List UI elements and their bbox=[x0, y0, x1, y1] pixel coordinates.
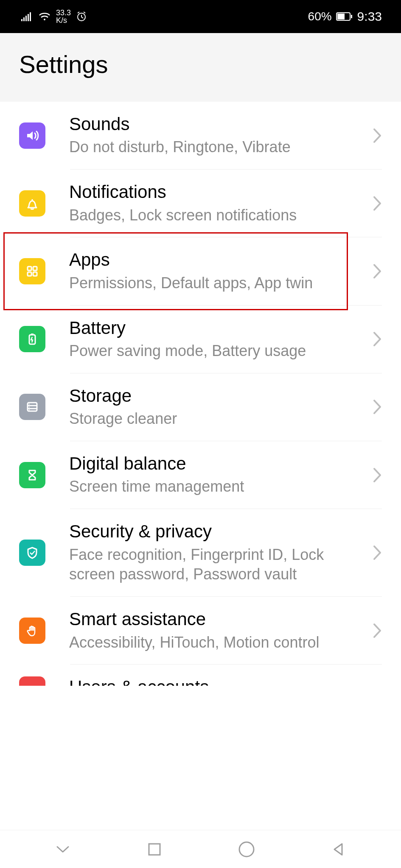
svg-rect-15 bbox=[31, 334, 34, 335]
settings-item-subtitle: Permissions, Default apps, App twin bbox=[69, 273, 364, 293]
settings-item-subtitle: Face recognition, Fingerprint ID, Lock s… bbox=[69, 545, 364, 585]
settings-item-title: Sounds bbox=[69, 114, 364, 135]
svg-point-23 bbox=[239, 842, 254, 857]
network-speed: 33.3 K/s bbox=[56, 9, 71, 24]
settings-item-title: Storage bbox=[69, 385, 364, 406]
svg-point-5 bbox=[44, 19, 45, 20]
alarm-icon bbox=[76, 11, 87, 22]
settings-item-battery[interactable]: Battery Power saving mode, Battery usage bbox=[0, 306, 401, 373]
apps-icon bbox=[19, 258, 45, 284]
settings-item-storage[interactable]: Storage Storage cleaner bbox=[0, 373, 401, 441]
svg-rect-9 bbox=[351, 15, 352, 18]
settings-item-users-accounts[interactable]: Users & accounts bbox=[0, 665, 401, 686]
status-bar: 33.3 K/s 60% 9:33 bbox=[0, 0, 401, 33]
settings-item-text: Storage Storage cleaner bbox=[69, 385, 373, 429]
settings-item-digital-balance[interactable]: Digital balance Screen time management bbox=[0, 441, 401, 509]
svg-point-21 bbox=[29, 409, 30, 410]
settings-item-title: Apps bbox=[69, 249, 364, 270]
settings-item-subtitle: Do not disturb, Ringtone, Vibrate bbox=[69, 137, 364, 157]
settings-list: Sounds Do not disturb, Ringtone, Vibrate… bbox=[0, 102, 401, 686]
svg-rect-12 bbox=[28, 272, 31, 276]
settings-item-title: Notifications bbox=[69, 181, 364, 203]
chevron-right-icon bbox=[373, 623, 382, 639]
battery-percent: 60% bbox=[308, 10, 332, 23]
chevron-right-icon bbox=[373, 263, 382, 279]
nav-home-button[interactable] bbox=[201, 840, 292, 858]
storage-icon bbox=[19, 394, 45, 420]
svg-rect-0 bbox=[21, 19, 22, 21]
navigation-bar bbox=[0, 830, 401, 868]
settings-item-text: Users & accounts bbox=[69, 676, 382, 686]
settings-item-security[interactable]: Security & privacy Face recognition, Fin… bbox=[0, 509, 401, 596]
settings-item-title: Users & accounts bbox=[69, 676, 373, 686]
svg-rect-13 bbox=[33, 272, 37, 276]
chevron-right-icon bbox=[373, 399, 382, 415]
settings-item-subtitle: Storage cleaner bbox=[69, 409, 364, 429]
settings-item-text: Apps Permissions, Default apps, App twin bbox=[69, 249, 373, 293]
speed-unit: K/s bbox=[56, 17, 71, 24]
settings-item-title: Smart assistance bbox=[69, 609, 364, 630]
settings-item-text: Notifications Badges, Lock screen notifi… bbox=[69, 181, 373, 225]
svg-rect-10 bbox=[28, 267, 31, 270]
speed-value: 33.3 bbox=[56, 9, 71, 17]
status-time: 9:33 bbox=[357, 9, 382, 24]
chevron-right-icon bbox=[373, 545, 382, 561]
page-title: Settings bbox=[19, 50, 382, 78]
settings-item-notifications[interactable]: Notifications Badges, Lock screen notifi… bbox=[0, 170, 401, 237]
wifi-icon bbox=[38, 11, 51, 22]
settings-item-smart-assistance[interactable]: Smart assistance Accessibility, HiTouch,… bbox=[0, 597, 401, 664]
status-left: 33.3 K/s bbox=[21, 9, 87, 24]
battery-icon bbox=[19, 326, 45, 352]
settings-item-title: Security & privacy bbox=[69, 521, 364, 542]
settings-item-title: Battery bbox=[69, 317, 364, 339]
settings-item-text: Smart assistance Accessibility, HiTouch,… bbox=[69, 609, 373, 652]
settings-item-text: Security & privacy Face recognition, Fin… bbox=[69, 521, 373, 584]
settings-item-sounds[interactable]: Sounds Do not disturb, Ringtone, Vibrate bbox=[0, 102, 401, 169]
hand-icon bbox=[19, 618, 45, 644]
settings-item-subtitle: Screen time management bbox=[69, 477, 364, 497]
svg-rect-8 bbox=[337, 14, 345, 19]
settings-item-subtitle: Badges, Lock screen notifications bbox=[69, 206, 364, 225]
settings-item-apps[interactable]: Apps Permissions, Default apps, App twin bbox=[0, 237, 401, 305]
svg-rect-4 bbox=[30, 12, 31, 21]
settings-item-text: Sounds Do not disturb, Ringtone, Vibrate bbox=[69, 114, 373, 157]
svg-rect-3 bbox=[28, 14, 29, 21]
settings-item-subtitle: Power saving mode, Battery usage bbox=[69, 341, 364, 361]
hourglass-icon bbox=[19, 462, 45, 488]
signal-icon bbox=[21, 12, 33, 21]
svg-point-19 bbox=[29, 404, 30, 405]
nav-hide-keyboard[interactable] bbox=[17, 843, 109, 855]
settings-header: Settings bbox=[0, 33, 401, 102]
svg-rect-2 bbox=[25, 16, 27, 21]
settings-item-text: Battery Power saving mode, Battery usage bbox=[69, 317, 373, 361]
chevron-right-icon bbox=[373, 331, 382, 347]
chevron-right-icon bbox=[373, 128, 382, 144]
chevron-right-icon bbox=[373, 195, 382, 211]
settings-item-title: Digital balance bbox=[69, 453, 364, 474]
settings-item-text: Digital balance Screen time management bbox=[69, 453, 373, 497]
chevron-right-icon bbox=[373, 467, 382, 483]
users-icon bbox=[19, 676, 45, 686]
bell-icon bbox=[19, 190, 45, 217]
status-right: 60% 9:33 bbox=[308, 9, 382, 24]
svg-rect-11 bbox=[33, 267, 37, 270]
svg-rect-1 bbox=[23, 17, 25, 21]
svg-point-20 bbox=[29, 407, 30, 408]
shield-icon bbox=[19, 540, 45, 566]
nav-recent-button[interactable] bbox=[109, 841, 200, 857]
settings-item-subtitle: Accessibility, HiTouch, Motion control bbox=[69, 633, 364, 653]
battery-status-icon bbox=[336, 12, 353, 21]
volume-icon bbox=[19, 122, 45, 149]
nav-back-button[interactable] bbox=[292, 841, 384, 857]
svg-rect-22 bbox=[149, 844, 160, 855]
